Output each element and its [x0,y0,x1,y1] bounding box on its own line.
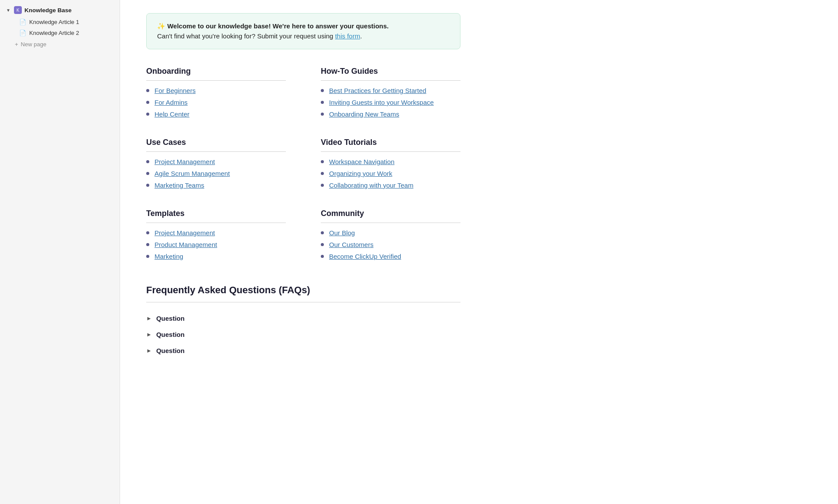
bullet-icon [146,89,149,92]
list-item: Marketing [146,253,286,260]
community-list: Our Blog Our Customers Become ClickUp Ve… [321,229,460,260]
faq-item-0[interactable]: ► Question [146,310,460,326]
bullet-icon [321,255,324,258]
list-item: Product Management [146,241,286,248]
onboarding-link-2[interactable]: Help Center [155,110,189,118]
onboarding-link-0[interactable]: For Beginners [155,87,196,94]
bullet-icon [321,243,324,246]
section-divider [146,80,286,81]
this-form-link[interactable]: this form [335,32,361,40]
faq-question-1: Question [156,331,185,338]
bullet-icon [146,160,149,163]
bullet-icon [146,101,149,104]
bullet-icon [146,255,149,258]
list-item: Help Center [146,110,286,118]
list-item: Project Management [146,229,286,237]
chevron-right-icon: ► [146,347,152,354]
document-icon: 📄 [19,30,26,36]
list-item: Organizing your Work [321,170,460,177]
list-item: Our Blog [321,229,460,237]
document-icon: 📄 [19,19,26,25]
sections-grid: Onboarding For Beginners For Admins Help… [146,67,460,280]
bullet-icon [146,184,149,187]
section-how-to-guides: How-To Guides Best Practices for Getting… [321,67,460,122]
sidebar-child-label: Knowledge Article 2 [29,30,79,36]
welcome-emoji: ✨ [157,22,165,30]
sidebar-root-item[interactable]: ▼ K Knowledge Base [0,3,120,17]
bullet-icon [321,89,324,92]
sidebar: ▼ K Knowledge Base 📄 Knowledge Article 1… [0,0,120,504]
usecase-link-0[interactable]: Project Management [155,158,215,165]
section-templates-title: Templates [146,209,286,218]
section-divider [321,80,460,81]
section-onboarding-title: Onboarding [146,67,286,76]
video-link-0[interactable]: Workspace Navigation [329,158,395,165]
list-item: Inviting Guests into your Workspace [321,99,460,106]
template-link-2[interactable]: Marketing [155,253,183,260]
bullet-icon [321,160,324,163]
plus-icon: + [15,41,18,48]
usecase-link-1[interactable]: Agile Scrum Management [155,170,230,177]
onboarding-list: For Beginners For Admins Help Center [146,87,286,118]
bullet-icon [321,113,324,116]
video-link-1[interactable]: Organizing your Work [329,170,392,177]
root-doc-icon: K [14,6,22,14]
list-item: Agile Scrum Management [146,170,286,177]
list-item: Collaborating with your Team [321,182,460,189]
section-community-title: Community [321,209,460,218]
howto-link-0[interactable]: Best Practices for Getting Started [329,87,426,94]
bullet-icon [321,184,324,187]
video-link-2[interactable]: Collaborating with your Team [329,182,413,189]
faq-item-2[interactable]: ► Question [146,343,460,359]
section-use-cases-title: Use Cases [146,138,286,147]
onboarding-link-1[interactable]: For Admins [155,99,188,106]
chevron-down-icon: ▼ [5,8,11,13]
community-link-0[interactable]: Our Blog [329,229,355,237]
bullet-icon [321,172,324,175]
template-link-0[interactable]: Project Management [155,229,215,237]
sidebar-item-knowledge-article-1[interactable]: 📄 Knowledge Article 1 [0,17,120,27]
community-link-2[interactable]: Become ClickUp Verified [329,253,401,260]
section-how-to-guides-title: How-To Guides [321,67,460,76]
bullet-icon [321,101,324,104]
bullet-icon [146,113,149,116]
sidebar-item-knowledge-article-2[interactable]: 📄 Knowledge Article 2 [0,27,120,38]
bullet-icon [146,231,149,234]
list-item: For Beginners [146,87,286,94]
faq-section: Frequently Asked Questions (FAQs) ► Ques… [146,285,460,359]
bullet-icon [146,172,149,175]
video-tutorials-list: Workspace Navigation Organizing your Wor… [321,158,460,189]
section-community: Community Our Blog Our Customers Become … [321,209,460,264]
usecase-link-2[interactable]: Marketing Teams [155,182,204,189]
howto-link-1[interactable]: Inviting Guests into your Workspace [329,99,434,106]
welcome-body-text: Can't find what you're looking for? Subm… [157,32,333,40]
main-content: ✨ Welcome to our knowledge base! We're h… [120,0,838,504]
chevron-right-icon: ► [146,315,152,322]
section-use-cases: Use Cases Project Management Agile Scrum… [146,138,286,193]
list-item: Marketing Teams [146,182,286,189]
how-to-guides-list: Best Practices for Getting Started Invit… [321,87,460,118]
list-item: For Admins [146,99,286,106]
section-templates: Templates Project Management Product Man… [146,209,286,264]
list-item: Become ClickUp Verified [321,253,460,260]
welcome-strong-text: Welcome to our knowledge base! We're her… [167,22,388,30]
faq-title: Frequently Asked Questions (FAQs) [146,285,460,296]
faq-divider [146,302,460,302]
chevron-right-icon: ► [146,331,152,338]
bullet-icon [321,231,324,234]
section-video-tutorials: Video Tutorials Workspace Navigation Org… [321,138,460,193]
section-onboarding: Onboarding For Beginners For Admins Help… [146,67,286,122]
faq-question-0: Question [156,315,185,322]
list-item: Workspace Navigation [321,158,460,165]
faq-item-1[interactable]: ► Question [146,326,460,343]
section-divider [321,223,460,223]
howto-link-2[interactable]: Onboarding New Teams [329,110,399,118]
list-item: Project Management [146,158,286,165]
template-link-1[interactable]: Product Management [155,241,217,248]
templates-list: Project Management Product Management Ma… [146,229,286,260]
community-link-1[interactable]: Our Customers [329,241,374,248]
section-video-tutorials-title: Video Tutorials [321,138,460,147]
new-page-button[interactable]: + New page [0,38,120,50]
welcome-banner: ✨ Welcome to our knowledge base! We're h… [146,13,460,49]
section-divider [146,223,286,223]
